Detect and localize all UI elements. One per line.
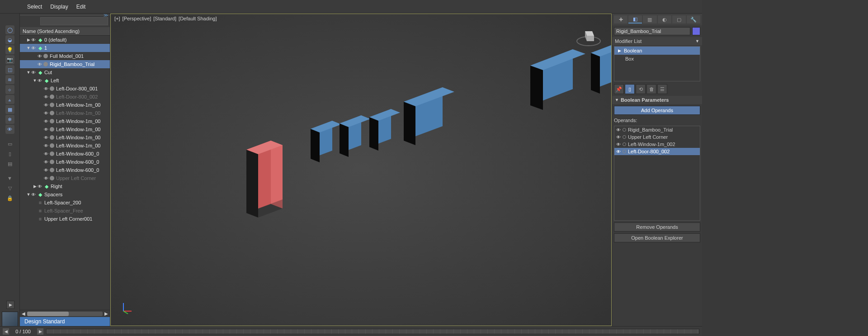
list-icon[interactable]: ▤ [5, 159, 14, 168]
scroll-right-icon[interactable]: ▶ [104, 311, 108, 316]
tree-row[interactable]: ≡Upper Left Corner001 [20, 215, 110, 223]
visibility-icon[interactable]: 👁 [31, 37, 36, 43]
shape-icon[interactable]: ≋ [5, 75, 14, 84]
frozen-icon[interactable]: ❄ [5, 115, 14, 124]
visibility-icon[interactable]: 👁 [31, 45, 36, 51]
mod-row-boolean[interactable]: ▶Boolean [614, 47, 700, 55]
tree-row[interactable]: 👁Left-Window-1m_00 [20, 142, 110, 150]
visibility-icon[interactable]: 👁 [37, 53, 42, 59]
timeline[interactable]: ◀ 0 / 100 ▶ [0, 326, 702, 336]
menu-display[interactable]: Display [50, 4, 68, 10]
tree-row[interactable]: 👁Left-Window-1m_00 [20, 101, 110, 109]
hidden-icon[interactable]: 👁 [5, 125, 14, 134]
operand-row[interactable]: 👁Rigid_Bamboo_Trial [614, 126, 700, 133]
visibility-icon[interactable]: 👁 [43, 110, 49, 116]
outliner-hscroll[interactable]: ◀ ▶ [20, 310, 110, 317]
bone-icon[interactable]: ⟁ [5, 95, 14, 104]
tree-row[interactable]: 👁Left-Window-600_0 [20, 158, 110, 166]
camera-icon[interactable]: 📷 [5, 55, 14, 64]
tab-hierarchy-icon[interactable]: ▥ [643, 15, 656, 24]
filter-icon[interactable]: ▼ [5, 174, 14, 183]
workspace-label[interactable]: Design Standard [20, 317, 110, 326]
outliner-search-input[interactable] [40, 17, 108, 25]
visibility-icon[interactable]: 👁 [43, 151, 49, 156]
visibility-icon[interactable]: 👁 [43, 135, 49, 140]
toggle-none-icon[interactable]: ◯ [5, 25, 14, 34]
configure-sets-icon[interactable]: ☰ [657, 84, 667, 94]
tree-row[interactable]: 👁Left-Window-1m_00 [20, 117, 110, 125]
operands-list[interactable]: 👁Rigid_Bamboo_Trial👁Upper Left Corner👁Le… [614, 126, 700, 221]
filter2-icon[interactable]: ▽ [5, 184, 14, 193]
visibility-icon[interactable]: 👁 [616, 149, 621, 154]
visibility-icon[interactable]: 👁 [616, 128, 621, 133]
tree-row[interactable]: ▶👁◆Right [20, 182, 110, 190]
visibility-icon[interactable]: 👁 [43, 102, 49, 108]
tree-row[interactable]: 👁Left-Window-1m_00 [20, 109, 110, 117]
object-color-swatch[interactable] [692, 27, 700, 35]
outliner-header[interactable]: Name (Sorted Ascending) [20, 27, 110, 36]
visibility-icon[interactable]: 👁 [43, 86, 49, 91]
tree-row[interactable]: 👁Left-Window-600_0 [20, 166, 110, 174]
tab-utilities-icon[interactable]: 🔧 [687, 15, 700, 24]
modifier-stack[interactable]: ▶Boolean Box [614, 46, 700, 81]
visibility-icon[interactable]: 👁 [43, 143, 49, 148]
visibility-icon[interactable]: 👁 [43, 175, 49, 181]
object-name-input[interactable] [614, 27, 690, 35]
open-boolean-explorer-button[interactable]: Open Boolean Explorer [614, 233, 700, 242]
tab-create-icon[interactable]: ✚ [614, 15, 627, 24]
tab-modify-icon[interactable]: ◧ [628, 15, 642, 24]
scroll-left-icon[interactable]: ◀ [22, 311, 25, 316]
tab-motion-icon[interactable]: ◐ [658, 15, 671, 24]
make-unique-icon[interactable]: ⟲ [636, 84, 646, 94]
visibility-icon[interactable]: 👁 [616, 142, 621, 147]
timeline-track[interactable] [46, 329, 699, 334]
timeline-next-icon[interactable]: ▶ [37, 328, 43, 335]
tree-row[interactable]: ≡Left-Spacer_Free [20, 207, 110, 215]
panel-arrow-icon[interactable]: ≫ [104, 14, 108, 18]
operand-type-icon[interactable] [623, 150, 626, 153]
visibility-icon[interactable]: 👁 [43, 167, 49, 173]
visibility-icon[interactable]: 👁 [43, 127, 49, 132]
tree-row[interactable]: 👁Upper Left Corner [20, 174, 110, 182]
operand-type-icon[interactable] [623, 128, 626, 132]
tree-row[interactable]: ▼👁◆Spacers [20, 190, 110, 199]
operand-row[interactable]: 👁Left-Door-800_002 [614, 148, 700, 155]
visibility-icon[interactable]: 👁 [37, 62, 42, 67]
mod-row-box[interactable]: Box [614, 55, 700, 63]
operand-type-icon[interactable] [623, 142, 626, 146]
rollout-boolean-parameters[interactable]: ▼Boolean Parameters [612, 96, 702, 104]
tree-row[interactable]: ▶👁◆0 (default) [20, 36, 110, 44]
tree-row[interactable]: 👁Left-Window-1m_00 [20, 125, 110, 133]
tree-row[interactable]: ≡Left-Spacer_200 [20, 199, 110, 207]
visibility-icon[interactable]: 👁 [31, 192, 36, 197]
scene-tree[interactable]: ▶👁◆0 (default)▼👁◆1👁Full Model_001👁Rigid_… [20, 36, 110, 310]
tree-row[interactable]: ▼👁◆Left [20, 76, 110, 85]
menu-select[interactable]: Select [27, 4, 42, 10]
tab-display-icon[interactable]: ▢ [672, 15, 686, 24]
viewport-label[interactable]: [+] [Perspective] [Standard] [Default Sh… [114, 16, 217, 21]
visibility-icon[interactable]: 👁 [37, 78, 42, 83]
menu-edit[interactable]: Edit [76, 4, 86, 10]
modifier-list-dropdown[interactable]: Modifier List▼ [612, 37, 702, 45]
visibility-icon[interactable]: 👁 [43, 118, 49, 124]
expand-icon[interactable]: ▯ [5, 149, 14, 158]
show-end-result-icon[interactable]: ▯ [625, 84, 635, 94]
remove-modifier-icon[interactable]: 🗑 [646, 84, 656, 94]
visibility-icon[interactable]: 👁 [37, 184, 42, 189]
tree-row[interactable]: ▼👁◆Cut [20, 68, 110, 76]
collapse-icon[interactable]: ▭ [5, 139, 14, 148]
light-icon[interactable]: 💡 [5, 45, 14, 54]
tree-row[interactable]: 👁Left-Window-1m_00 [20, 133, 110, 142]
material-swatch[interactable] [2, 312, 18, 328]
tree-row[interactable]: ▼👁◆1 [20, 44, 110, 52]
tree-row[interactable]: 👁Left-Door-800_001 [20, 85, 110, 93]
tree-row[interactable]: 👁Left-Window-600_0 [20, 150, 110, 158]
container-icon[interactable]: ▦ [5, 105, 14, 114]
visibility-icon[interactable]: 👁 [616, 135, 621, 140]
lock-icon[interactable]: 🔒 [5, 194, 14, 203]
add-operands-button[interactable]: Add Operands [614, 106, 700, 115]
visibility-icon[interactable]: 👁 [43, 159, 49, 165]
spacewarp-icon[interactable]: ⟐ [5, 85, 14, 94]
operand-row[interactable]: 👁Upper Left Corner [614, 133, 700, 141]
toggle-geom-icon[interactable]: ◒ [5, 35, 14, 44]
